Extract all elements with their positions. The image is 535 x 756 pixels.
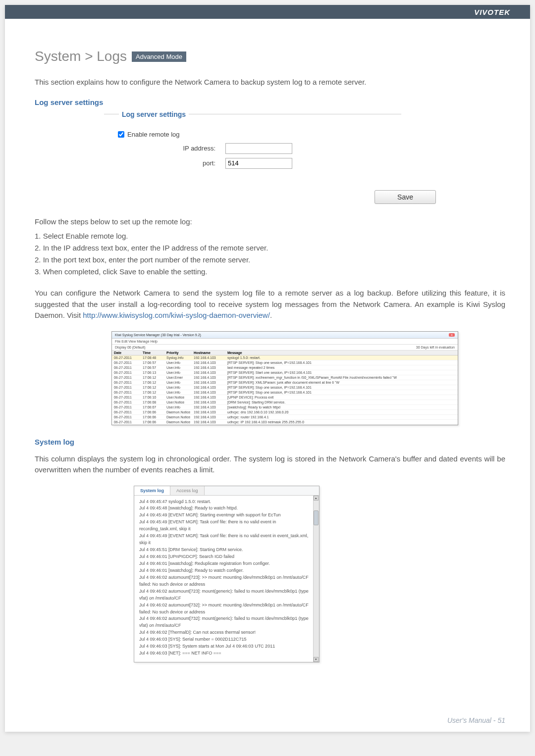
kiwi-display-select: Display 00 (Default) bbox=[115, 346, 145, 349]
syslog-line: Jul 4 09:46:03 [SYS]: Serial number = 00… bbox=[139, 636, 314, 643]
kiwi-table-row: 06-27-201117:06:08User.Notice192.168.4.1… bbox=[112, 400, 458, 405]
syslog-line: Jul 4 09:46:02 automount[732]: mount(gen… bbox=[139, 615, 314, 629]
syslog-line: Jul 4 09:46:01 [UPnPIGDCP]: Search IGD f… bbox=[139, 554, 314, 560]
syslog-line: Jul 4 09:46:02 automount[732]: >> mount:… bbox=[139, 602, 314, 616]
title-text: System > Logs bbox=[35, 49, 127, 64]
manual-page: VIVOTEK System > Logs Advanced Mode This… bbox=[5, 5, 530, 732]
log-server-legend: Log server settings bbox=[119, 110, 189, 118]
kiwi-table-row: 06-27-201117:06:57User.Info192.168.4.103… bbox=[112, 360, 458, 365]
kiwi-table-row: 06-27-201117:06:12User.Info192.168.4.103… bbox=[112, 385, 458, 390]
syslog-line: Jul 4 09:46:02 automount[723]: mount(gen… bbox=[139, 588, 314, 602]
enable-remote-log-checkbox[interactable] bbox=[118, 131, 124, 138]
scroll-up-icon[interactable]: ▴ bbox=[314, 496, 319, 501]
syslog-line: Jul 4 09:46:03 [SYS]: System starts at M… bbox=[139, 643, 314, 650]
scrollbar[interactable]: ▴ ▾ bbox=[313, 496, 319, 662]
step-item: 3. When completed, click Save to enable … bbox=[35, 266, 505, 278]
kiwi-table-row: 06-27-201117:06:12User.Emer192.168.4.103… bbox=[112, 375, 458, 380]
ip-address-input[interactable] bbox=[225, 143, 292, 154]
kiwi-table-row: 06-27-201117:06:06Daemon.Notice192.168.4… bbox=[112, 410, 458, 415]
kiwi-table-row: 06-27-201117:06:07User.Info192.168.4.103… bbox=[112, 405, 458, 410]
syslog-line: Jul 4 09:46:02 [ThermalD]: Can not acces… bbox=[139, 629, 314, 636]
kiwi-table-row: 06-27-201117:06:12User.Info192.168.4.103… bbox=[112, 390, 458, 395]
syslog-line: Jul 4 09:46:01 [swatchdog]: Ready to wat… bbox=[139, 567, 314, 574]
kiwi-table-row: 06-27-201117:06:12User.Info192.168.4.103… bbox=[112, 380, 458, 385]
step-item: 1. Select Enable remote log. bbox=[35, 230, 505, 242]
system-log-panel: System log Access log Jul 4 09:45:47 sys… bbox=[134, 486, 320, 663]
syslog-line: Jul 4 09:46:01 [swatchdog]: Reduplicate … bbox=[139, 560, 314, 567]
kiwi-window-title: Kiwi Syslog Service Manager (30 Day tria… bbox=[115, 333, 201, 337]
tab-access-log[interactable]: Access log bbox=[170, 486, 205, 495]
kiwi-paragraph: You can configure the Network Camera to … bbox=[35, 288, 505, 321]
kiwi-table-row: 06-27-201117:06:13User.Info192.168.4.103… bbox=[112, 370, 458, 375]
system-log-heading: System log bbox=[35, 438, 505, 446]
syslog-line: Jul 4 09:45:51 [DRM Service]: Starting D… bbox=[139, 547, 314, 554]
kiwi-table-row: 06-27-201117:06:06Daemon.Notice192.168.4… bbox=[112, 415, 458, 420]
ip-address-label: IP address: bbox=[114, 145, 225, 152]
syslog-line: Jul 4 09:46:02 automount[723]: >> mount:… bbox=[139, 574, 314, 588]
kiwi-table-row: 06-27-201117:06:06Daemon.Notice192.168.4… bbox=[112, 420, 458, 425]
syslog-line: Jul 4 09:46:03 [NET]: === NET INFO === bbox=[139, 650, 314, 657]
kiwi-table-row: 06-27-201117:06:10User.Notice192.168.4.1… bbox=[112, 395, 458, 400]
syslog-line: Jul 4 09:45:48 [swatchdog]: Ready to wat… bbox=[139, 505, 314, 512]
syslog-line: Jul 4 09:45:49 [EVENT MGR]: Starting eve… bbox=[139, 512, 314, 519]
page-title: System > Logs Advanced Mode bbox=[35, 49, 505, 64]
kiwi-trial-notice: 30 Days left in evaluation bbox=[416, 346, 455, 349]
scroll-thumb[interactable] bbox=[314, 510, 319, 525]
kiwi-link[interactable]: http://www.kiwisyslog.com/kiwi-syslog-da… bbox=[83, 311, 270, 319]
syslog-line: Jul 4 09:45:49 [EVENT MGR]: Task conf fi… bbox=[139, 533, 314, 547]
follow-steps-intro: Follow the steps below to set up the rem… bbox=[35, 216, 505, 228]
kiwi-table-row: 06-27-201117:08:48Syslog.Info192.168.4.1… bbox=[112, 355, 458, 360]
close-icon: × bbox=[449, 333, 455, 337]
syslog-line: Jul 4 09:45:49 [EVENT MGR]: Task conf fi… bbox=[139, 519, 314, 533]
kiwi-table-header: Date Time Priority Hostname Message bbox=[112, 351, 458, 355]
kiwi-table-row: 06-27-201117:06:57User.Info192.168.4.103… bbox=[112, 365, 458, 370]
steps-list: 1. Select Enable remote log. 2. In the I… bbox=[35, 230, 505, 278]
kiwi-window-controls: × bbox=[447, 333, 455, 337]
log-server-heading: Log server settings bbox=[35, 98, 505, 106]
port-label: port: bbox=[114, 159, 225, 167]
system-log-paragraph: This column displays the system log in c… bbox=[35, 454, 505, 476]
header-bar: VIVOTEK bbox=[5, 5, 530, 19]
enable-remote-log-label: Enable remote log bbox=[127, 131, 180, 138]
port-input[interactable] bbox=[225, 158, 292, 169]
step-item: 2. In the port text box, enter the port … bbox=[35, 254, 505, 266]
save-button[interactable]: Save bbox=[374, 190, 436, 204]
syslog-line: Jul 4 09:45:47 syslogd 1.5.0: restart. bbox=[139, 499, 314, 505]
tab-system-log[interactable]: System log bbox=[134, 486, 170, 495]
kiwi-syslog-screenshot: Kiwi Syslog Service Manager (30 Day tria… bbox=[111, 331, 458, 425]
advanced-mode-badge: Advanced Mode bbox=[132, 51, 186, 62]
brand-label: VIVOTEK bbox=[474, 8, 510, 16]
step-item: 2. In the IP address text box, enter the… bbox=[35, 242, 505, 254]
kiwi-menubar: File Edit View Manage Help bbox=[112, 339, 458, 345]
page-footer: User's Manual - 51 bbox=[447, 716, 505, 724]
intro-paragraph: This section explains how to configure t… bbox=[35, 77, 505, 88]
scroll-down-icon[interactable]: ▾ bbox=[314, 657, 319, 662]
log-server-settings-panel: Log server settings Enable remote log IP… bbox=[104, 114, 401, 178]
